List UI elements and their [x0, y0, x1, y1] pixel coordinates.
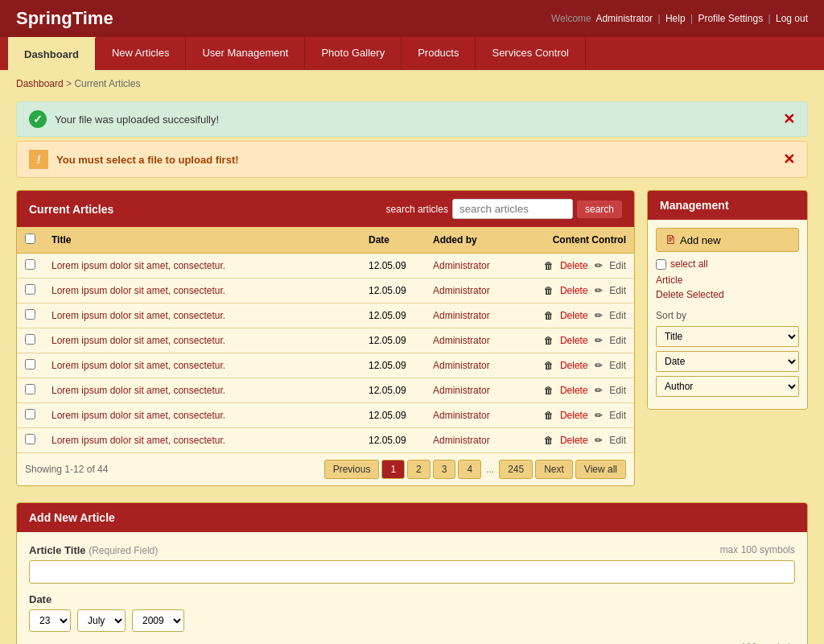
page-245-button[interactable]: 245 [499, 460, 533, 479]
tab-dashboard[interactable]: Dashboard [8, 37, 96, 70]
row-checkbox-cell [17, 303, 43, 328]
row-checkbox-7[interactable] [25, 434, 35, 444]
article-link[interactable]: Article [656, 275, 682, 286]
delete-btn-2[interactable]: Delete [558, 310, 588, 321]
row-checkbox-cell [17, 353, 43, 378]
select-all-mgmt-checkbox[interactable] [656, 259, 666, 270]
admin-name-link[interactable]: Administrator [433, 360, 490, 371]
articles-panel-title: Current Articles [29, 203, 113, 216]
tab-photo-gallery[interactable]: Photo Gallery [305, 37, 402, 70]
row-control-cell: 🗑 Delete ✏ Edit [521, 254, 634, 279]
edit-btn-3[interactable]: Edit [607, 335, 626, 346]
row-title-cell: Lorem ipsum dolor sit amet, consectetur. [43, 254, 360, 279]
search-input[interactable] [452, 199, 573, 219]
edit-btn-1[interactable]: Edit [607, 285, 626, 296]
delete-btn-7[interactable]: Delete [558, 435, 588, 446]
year-select[interactable]: 2009 [132, 609, 184, 632]
alert-success: ✓ Your file was uploaded succesifully! ✕ [16, 101, 808, 137]
day-select[interactable]: 23 [29, 609, 71, 632]
edit-btn-7[interactable]: Edit [607, 435, 626, 446]
tab-new-articles[interactable]: New Articles [96, 37, 187, 70]
table-row: Lorem ipsum dolor sit amet, consectetur.… [17, 254, 634, 279]
admin-name-link[interactable]: Administrator [433, 385, 490, 396]
delete-btn-1[interactable]: Delete [558, 285, 588, 296]
select-all-checkbox[interactable] [25, 233, 35, 244]
admin-name-link[interactable]: Administrator [433, 335, 490, 346]
edit-btn-0[interactable]: Edit [607, 260, 626, 271]
page-3-button[interactable]: 3 [433, 460, 456, 479]
view-all-button[interactable]: View all [575, 460, 626, 479]
page-1-button[interactable]: 1 [381, 460, 405, 479]
article-title-link[interactable]: Lorem ipsum dolor sit amet, consectetur. [52, 260, 225, 271]
edit-btn-6[interactable]: Edit [607, 410, 626, 421]
tab-products[interactable]: Products [402, 37, 476, 70]
article-title-row: Article Title (Required Field) max 100 s… [29, 544, 795, 584]
sort-by-date-select[interactable]: Date [656, 351, 799, 372]
delete-btn-3[interactable]: Delete [558, 335, 588, 346]
article-title-link[interactable]: Lorem ipsum dolor sit amet, consectetur. [52, 310, 225, 321]
row-added-cell: Administrator [425, 378, 521, 403]
logout-link[interactable]: Log out [776, 13, 808, 24]
date-selects: 23 July 2009 [29, 609, 795, 632]
search-button[interactable]: search [577, 200, 622, 218]
row-checkbox-4[interactable] [25, 359, 35, 369]
sort-by-author-select[interactable]: Author [656, 376, 799, 397]
article-title-link[interactable]: Lorem ipsum dolor sit amet, consectetur. [52, 410, 225, 421]
breadcrumb-home[interactable]: Dashboard [16, 78, 64, 89]
edit-btn-4[interactable]: Edit [607, 360, 626, 371]
row-checkbox-0[interactable] [25, 259, 35, 270]
admin-name-link[interactable]: Administrator [433, 310, 490, 321]
add-icon: 🖹 [665, 233, 676, 246]
select-all-link[interactable]: select all [670, 258, 708, 270]
close-warning-alert[interactable]: ✕ [783, 152, 795, 167]
sort-by-title-select[interactable]: Title [656, 326, 799, 347]
page-2-button[interactable]: 2 [407, 460, 431, 479]
row-checkbox-3[interactable] [25, 334, 35, 345]
breadcrumb: Dashboard > Current Articles [0, 70, 824, 97]
month-select[interactable]: July [77, 609, 126, 632]
article-title-link[interactable]: Lorem ipsum dolor sit amet, consectetur. [52, 360, 225, 371]
profile-settings-link[interactable]: Profile Settings [698, 13, 763, 24]
main-content: Current Articles search articles search … [0, 182, 824, 494]
admin-name-link[interactable]: Administrator [433, 410, 490, 421]
article-title-link[interactable]: Lorem ipsum dolor sit amet, consectetur. [52, 335, 225, 346]
article-title-link[interactable]: Lorem ipsum dolor sit amet, consectetur. [52, 435, 225, 446]
delete-btn-0[interactable]: Delete [558, 260, 588, 271]
page-4-button[interactable]: 4 [458, 460, 481, 479]
tab-services-control[interactable]: Services Control [476, 37, 585, 70]
delete-selected-link[interactable]: Delete Selected [656, 289, 799, 300]
delete-btn-4[interactable]: Delete [558, 360, 588, 371]
add-new-button[interactable]: 🖹 Add new [656, 228, 799, 252]
delete-btn-5[interactable]: Delete [558, 385, 588, 396]
delete-btn-6[interactable]: Delete [558, 410, 588, 421]
row-checkbox-2[interactable] [25, 309, 35, 320]
next-button[interactable]: Next [535, 460, 573, 479]
articles-tbody: Lorem ipsum dolor sit amet, consectetur.… [17, 254, 634, 453]
admin-name-link[interactable]: Administrator [433, 260, 490, 271]
ellipsis: ... [484, 464, 496, 475]
add-panel-header: Add New Article [17, 503, 807, 532]
col-date-header: Date [360, 227, 425, 254]
success-icon: ✓ [29, 110, 47, 128]
close-success-alert[interactable]: ✕ [783, 112, 795, 126]
col-title-header: Title [43, 227, 360, 254]
help-link[interactable]: Help [665, 13, 686, 24]
required-label: (Required Field) [89, 545, 158, 556]
row-checkbox-1[interactable] [25, 284, 35, 295]
row-checkbox-cell [17, 403, 43, 428]
edit-btn-5[interactable]: Edit [607, 385, 626, 396]
admin-name-link[interactable]: Administrator [433, 435, 490, 446]
tab-user-management[interactable]: User Management [186, 37, 305, 70]
prev-button[interactable]: Previous [324, 460, 380, 479]
article-title-link[interactable]: Lorem ipsum dolor sit amet, consectetur. [52, 285, 225, 296]
admin-name-link[interactable]: Administrator [433, 285, 490, 296]
admin-link[interactable]: Administrator [595, 13, 653, 24]
article-title-link[interactable]: Lorem ipsum dolor sit amet, consectetur. [52, 385, 225, 396]
table-row: Lorem ipsum dolor sit amet, consectetur.… [17, 378, 634, 403]
alert-warning-text: You must select a file to upload first! [56, 154, 783, 166]
row-checkbox-6[interactable] [25, 409, 35, 419]
row-checkbox-5[interactable] [25, 384, 35, 394]
row-date-cell: 12.05.09 [360, 403, 425, 428]
edit-btn-2[interactable]: Edit [607, 310, 626, 321]
article-title-input[interactable] [29, 560, 795, 584]
